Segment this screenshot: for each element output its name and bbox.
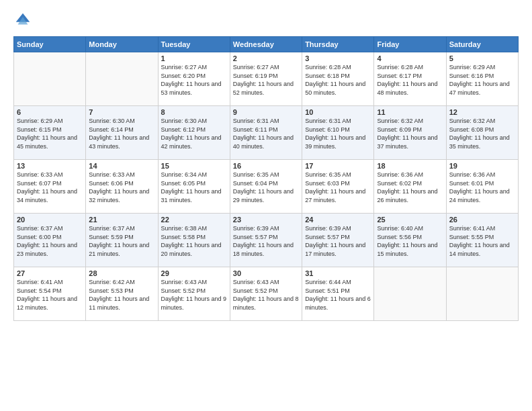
calendar-cell: 25Sunrise: 6:40 AMSunset: 5:56 PMDayligh… xyxy=(374,214,446,267)
sunrise-text: Sunrise: 6:42 AM xyxy=(89,279,135,285)
sunrise-text: Sunrise: 6:32 AM xyxy=(377,118,423,124)
calendar-cell: 15Sunrise: 6:34 AMSunset: 6:05 PMDayligh… xyxy=(158,160,230,214)
day-number: 4 xyxy=(377,54,443,62)
sunset-text: Sunset: 5:55 PM xyxy=(449,234,494,240)
sunrise-text: Sunrise: 6:28 AM xyxy=(377,64,423,71)
sunset-text: Sunset: 5:59 PM xyxy=(89,234,134,240)
sunrise-text: Sunrise: 6:36 AM xyxy=(377,171,423,178)
day-number: 19 xyxy=(449,162,515,170)
calendar-cell: 6Sunrise: 6:29 AMSunset: 6:15 PMDaylight… xyxy=(14,106,86,160)
sunrise-text: Sunrise: 6:43 AM xyxy=(161,279,208,285)
sunrise-text: Sunrise: 6:44 AM xyxy=(305,279,351,285)
sunset-text: Sunset: 5:57 PM xyxy=(233,234,278,240)
sunset-text: Sunset: 6:10 PM xyxy=(305,126,350,133)
day-number: 6 xyxy=(17,108,83,116)
daylight-text: Daylight: 11 hours and 12 minutes. xyxy=(17,295,77,311)
calendar-cell: 21Sunrise: 6:37 AMSunset: 5:59 PMDayligh… xyxy=(86,214,158,267)
day-number: 17 xyxy=(305,162,371,170)
day-header-wednesday: Wednesday xyxy=(230,37,302,52)
sunset-text: Sunset: 6:03 PM xyxy=(305,180,350,187)
daylight-text: Daylight: 11 hours and 31 minutes. xyxy=(161,188,222,203)
day-number: 10 xyxy=(305,108,371,116)
daylight-text: Daylight: 11 hours and 39 minutes. xyxy=(305,134,365,150)
sunset-text: Sunset: 6:05 PM xyxy=(161,180,206,187)
sunrise-text: Sunrise: 6:30 AM xyxy=(161,118,208,124)
calendar-cell: 7Sunrise: 6:30 AMSunset: 6:14 PMDaylight… xyxy=(86,106,158,160)
sunset-text: Sunset: 6:20 PM xyxy=(161,73,206,79)
calendar-cell: 5Sunrise: 6:29 AMSunset: 6:16 PMDaylight… xyxy=(446,52,518,106)
calendar-cell: 28Sunrise: 6:42 AMSunset: 5:53 PMDayligh… xyxy=(86,267,158,321)
sunrise-text: Sunrise: 6:34 AM xyxy=(161,171,208,178)
sunset-text: Sunset: 6:04 PM xyxy=(233,180,278,187)
sunrise-text: Sunrise: 6:33 AM xyxy=(17,171,63,178)
calendar-week-row: 13Sunrise: 6:33 AMSunset: 6:07 PMDayligh… xyxy=(14,160,519,214)
sunset-text: Sunset: 6:17 PM xyxy=(377,73,422,79)
sunset-text: Sunset: 5:51 PM xyxy=(305,287,350,294)
day-number: 26 xyxy=(449,216,515,224)
daylight-text: Daylight: 11 hours and 50 minutes. xyxy=(305,81,365,96)
daylight-text: Daylight: 11 hours and 20 minutes. xyxy=(161,242,222,257)
day-number: 24 xyxy=(305,216,371,224)
day-number: 16 xyxy=(233,162,299,170)
daylight-text: Daylight: 11 hours and 47 minutes. xyxy=(449,81,510,96)
sunset-text: Sunset: 5:57 PM xyxy=(305,234,350,240)
calendar-cell: 16Sunrise: 6:35 AMSunset: 6:04 PMDayligh… xyxy=(230,160,302,214)
sunrise-text: Sunrise: 6:35 AM xyxy=(233,171,279,178)
sunset-text: Sunset: 6:15 PM xyxy=(17,126,62,133)
day-number: 3 xyxy=(305,54,371,62)
calendar-cell: 2Sunrise: 6:27 AMSunset: 6:19 PMDaylight… xyxy=(230,52,302,106)
day-number: 15 xyxy=(161,162,227,170)
daylight-text: Daylight: 11 hours and 27 minutes. xyxy=(305,188,365,203)
day-number: 25 xyxy=(377,216,443,224)
day-number: 29 xyxy=(161,269,227,277)
daylight-text: Daylight: 11 hours and 9 minutes. xyxy=(161,295,227,311)
daylight-text: Daylight: 11 hours and 8 minutes. xyxy=(233,295,299,311)
sunset-text: Sunset: 6:06 PM xyxy=(89,180,134,187)
calendar-cell: 1Sunrise: 6:27 AMSunset: 6:20 PMDaylight… xyxy=(158,52,230,106)
sunset-text: Sunset: 5:53 PM xyxy=(89,287,134,294)
daylight-text: Daylight: 11 hours and 43 minutes. xyxy=(89,134,149,150)
sunset-text: Sunset: 5:54 PM xyxy=(17,287,62,294)
calendar-cell: 9Sunrise: 6:31 AMSunset: 6:11 PMDaylight… xyxy=(230,106,302,160)
sunrise-text: Sunrise: 6:29 AM xyxy=(17,118,63,124)
sunset-text: Sunset: 6:19 PM xyxy=(233,73,278,79)
daylight-text: Daylight: 11 hours and 14 minutes. xyxy=(449,242,510,257)
calendar-cell: 19Sunrise: 6:36 AMSunset: 6:01 PMDayligh… xyxy=(446,160,518,214)
sunrise-text: Sunrise: 6:41 AM xyxy=(17,279,63,285)
sunset-text: Sunset: 6:18 PM xyxy=(305,73,350,79)
page: SundayMondayTuesdayWednesdayThursdayFrid… xyxy=(0,0,532,411)
calendar-week-row: 20Sunrise: 6:37 AMSunset: 6:00 PMDayligh… xyxy=(14,214,519,267)
calendar-cell: 18Sunrise: 6:36 AMSunset: 6:02 PMDayligh… xyxy=(374,160,446,214)
day-header-monday: Monday xyxy=(86,37,158,52)
calendar-cell: 31Sunrise: 6:44 AMSunset: 5:51 PMDayligh… xyxy=(302,267,374,321)
calendar-cell: 12Sunrise: 6:32 AMSunset: 6:08 PMDayligh… xyxy=(446,106,518,160)
day-header-friday: Friday xyxy=(374,37,446,52)
sunset-text: Sunset: 6:08 PM xyxy=(449,126,494,133)
sunrise-text: Sunrise: 6:29 AM xyxy=(449,64,496,71)
logo-icon xyxy=(13,11,32,30)
daylight-text: Daylight: 11 hours and 53 minutes. xyxy=(161,81,222,96)
calendar-cell xyxy=(14,52,86,106)
sunset-text: Sunset: 6:00 PM xyxy=(17,234,62,240)
sunrise-text: Sunrise: 6:43 AM xyxy=(233,279,279,285)
sunrise-text: Sunrise: 6:35 AM xyxy=(305,171,351,178)
sunrise-text: Sunrise: 6:39 AM xyxy=(305,225,351,232)
sunset-text: Sunset: 5:58 PM xyxy=(161,234,206,240)
day-header-saturday: Saturday xyxy=(446,37,518,52)
day-header-tuesday: Tuesday xyxy=(158,37,230,52)
daylight-text: Daylight: 11 hours and 18 minutes. xyxy=(233,242,294,257)
daylight-text: Daylight: 11 hours and 29 minutes. xyxy=(233,188,294,203)
daylight-text: Daylight: 11 hours and 35 minutes. xyxy=(449,134,510,150)
sunrise-text: Sunrise: 6:37 AM xyxy=(17,225,63,232)
daylight-text: Daylight: 11 hours and 21 minutes. xyxy=(89,242,149,257)
calendar-cell: 24Sunrise: 6:39 AMSunset: 5:57 PMDayligh… xyxy=(302,214,374,267)
daylight-text: Daylight: 11 hours and 15 minutes. xyxy=(377,242,437,257)
day-number: 30 xyxy=(233,269,299,277)
calendar-header-row: SundayMondayTuesdayWednesdayThursdayFrid… xyxy=(14,37,519,52)
day-number: 8 xyxy=(161,108,227,116)
calendar-cell: 4Sunrise: 6:28 AMSunset: 6:17 PMDaylight… xyxy=(374,52,446,106)
sunrise-text: Sunrise: 6:37 AM xyxy=(89,225,135,232)
calendar-cell xyxy=(374,267,446,321)
sunset-text: Sunset: 6:12 PM xyxy=(161,126,206,133)
day-number: 13 xyxy=(17,162,83,170)
